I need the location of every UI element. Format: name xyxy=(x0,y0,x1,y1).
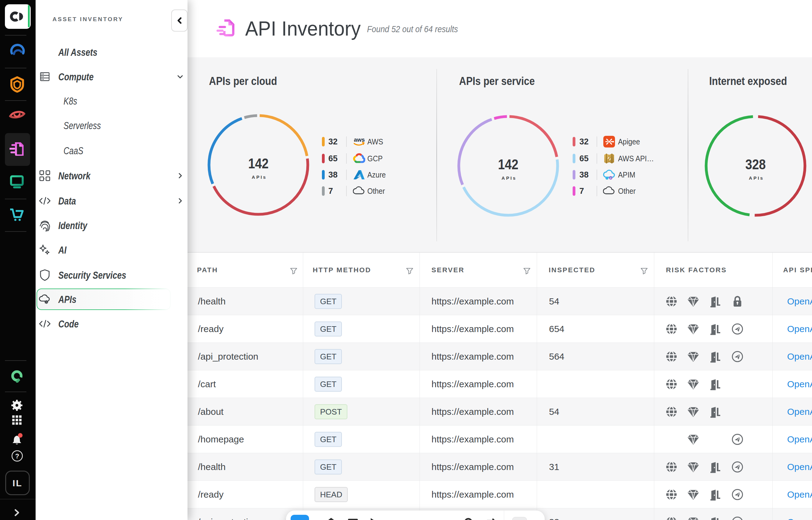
svg-text:?: ? xyxy=(15,452,19,460)
svg-text:aws: aws xyxy=(354,136,365,143)
